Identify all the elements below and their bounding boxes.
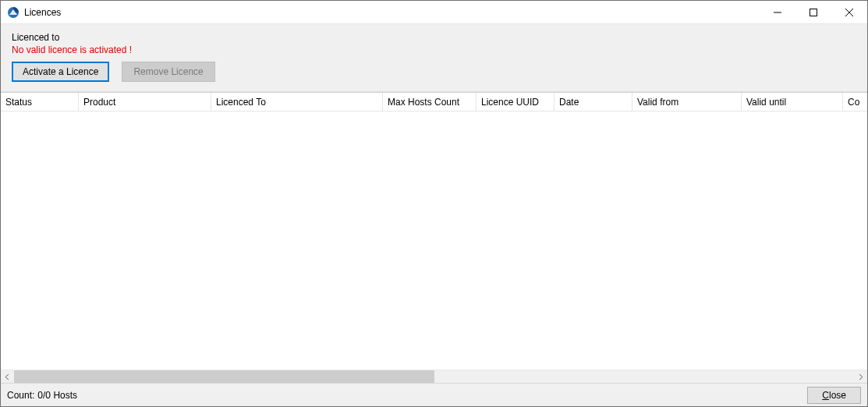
horizontal-scrollbar[interactable] xyxy=(1,370,867,383)
close-button[interactable]: Close xyxy=(807,387,861,404)
close-window-button[interactable] xyxy=(831,1,867,23)
col-product[interactable]: Product xyxy=(79,93,211,111)
app-icon xyxy=(7,6,19,19)
scroll-left-arrow-icon[interactable] xyxy=(1,370,14,384)
col-valid-until[interactable]: Valid until xyxy=(742,93,843,111)
table-header-row: Status Product Licenced To Max Hosts Cou… xyxy=(1,93,867,111)
col-date[interactable]: Date xyxy=(554,93,632,111)
col-licence-uuid[interactable]: Licence UUID xyxy=(477,93,554,111)
maximize-button[interactable] xyxy=(795,1,831,23)
svg-line-3 xyxy=(845,9,853,16)
window-title: Licences xyxy=(24,7,61,18)
close-button-label-rest: lose xyxy=(829,390,846,401)
close-button-mnemonic: C xyxy=(822,390,829,401)
scrollbar-thumb[interactable] xyxy=(14,370,434,383)
col-licenced-to[interactable]: Licenced To xyxy=(211,93,383,111)
remove-licence-button[interactable]: Remove Licence xyxy=(122,62,214,82)
titlebar: Licences xyxy=(1,1,867,24)
licenced-to-label: Licenced to xyxy=(12,32,856,43)
licences-window: Licences Licenced to No valid licence is… xyxy=(0,0,868,407)
window-controls xyxy=(760,1,867,23)
svg-line-4 xyxy=(845,9,853,16)
minimize-button[interactable] xyxy=(760,1,795,23)
licence-warning-text: No valid licence is activated ! xyxy=(12,44,856,55)
col-co[interactable]: Co xyxy=(843,93,867,111)
scrollbar-track[interactable] xyxy=(14,370,854,383)
count-value: 0/0 Hosts xyxy=(37,390,77,401)
col-status[interactable]: Status xyxy=(1,93,79,111)
scroll-right-arrow-icon[interactable] xyxy=(854,370,867,384)
count-label: Count: xyxy=(7,390,34,401)
svg-rect-2 xyxy=(810,9,817,16)
col-valid-from[interactable]: Valid from xyxy=(632,93,742,111)
footer-bar: Count: 0/0 Hosts Close xyxy=(1,383,867,406)
licence-table: Status Product Licenced To Max Hosts Cou… xyxy=(1,92,867,383)
table-body-empty xyxy=(1,111,867,370)
activate-licence-button[interactable]: Activate a Licence xyxy=(12,62,109,82)
header-panel: Licenced to No valid licence is activate… xyxy=(1,24,867,92)
col-max-hosts[interactable]: Max Hosts Count xyxy=(383,93,477,111)
